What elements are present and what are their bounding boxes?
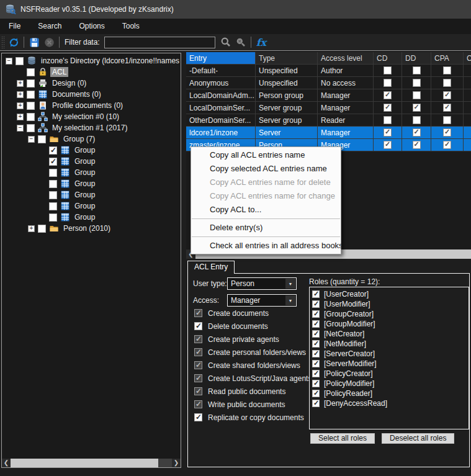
tree-item[interactable]: Group <box>39 178 181 189</box>
context-menu-item-check-all-entries-in-all-address-books[interactable]: Check all entries in all address books <box>191 239 341 253</box>
scrollbar-thumb[interactable] <box>11 459 158 467</box>
role-checkbox[interactable] <box>312 390 320 397</box>
tab-acl-entry[interactable]: ACL Entry <box>187 261 235 274</box>
table-row[interactable]: AnonymousUnspecifiedNo access <box>186 77 471 89</box>
column-header-cp[interactable]: CP <box>464 52 471 64</box>
tree-checkbox[interactable] <box>38 225 46 233</box>
tree-item[interactable]: +Documents (0) <box>17 89 181 100</box>
row-checkbox[interactable] <box>384 116 392 124</box>
role-checkbox[interactable] <box>312 370 320 377</box>
role-item[interactable]: [PolicyReader] <box>312 388 466 398</box>
row-checkbox[interactable] <box>413 79 421 87</box>
menu-file[interactable]: File <box>0 19 29 34</box>
tree-checkbox[interactable] <box>27 124 35 132</box>
scroll-left-icon[interactable]: ❮ <box>2 459 11 467</box>
tree-checkbox[interactable] <box>27 91 35 99</box>
tree-item[interactable]: −inzone's Directory (ldcore1/inzone!!nam… <box>6 55 181 66</box>
tree-item[interactable]: Group <box>39 200 181 212</box>
role-checkbox[interactable] <box>312 330 320 338</box>
tree-item[interactable]: +Profile documents (0) <box>17 100 181 111</box>
role-checkbox[interactable] <box>312 350 320 357</box>
table-row[interactable]: OtherDomainSer...Server groupReader <box>186 114 471 127</box>
tree-checkbox[interactable] <box>49 158 57 166</box>
row-checkbox[interactable] <box>443 128 451 137</box>
table-row[interactable]: -Default-UnspecifiedAuthor <box>186 65 471 77</box>
row-checkbox[interactable] <box>413 141 421 149</box>
row-checkbox[interactable] <box>413 128 421 137</box>
tree-expander-icon[interactable]: + <box>17 102 24 109</box>
role-item[interactable]: [UserModifier] <box>312 299 466 309</box>
tree-item[interactable]: Group <box>39 189 181 200</box>
tree-expander-icon[interactable]: − <box>28 136 35 143</box>
tree-expander-icon[interactable]: + <box>17 80 24 87</box>
row-checkbox[interactable] <box>413 104 421 112</box>
column-header-cd[interactable]: CD <box>374 52 402 64</box>
role-checkbox[interactable] <box>312 340 320 348</box>
role-item[interactable]: [PolicyCreator] <box>312 369 466 379</box>
permission-checkbox[interactable] <box>194 322 202 330</box>
access-select[interactable]: Manager ▼ <box>227 294 297 307</box>
role-item[interactable]: [DenyAccessRead] <box>312 398 466 408</box>
row-checkbox[interactable] <box>384 91 392 99</box>
tree-item[interactable]: Group <box>39 167 181 178</box>
tree-checkbox[interactable] <box>49 169 57 177</box>
column-header-type[interactable]: Type <box>256 52 318 64</box>
menu-tools[interactable]: Tools <box>114 19 148 34</box>
tree-expander-icon[interactable]: − <box>17 125 24 132</box>
table-row[interactable]: LocalDomainSer...Server groupManager <box>186 102 471 114</box>
column-header-cpa[interactable]: CPA <box>431 52 464 64</box>
role-item[interactable]: [PolicyModifier] <box>312 379 466 388</box>
role-checkbox[interactable] <box>312 310 320 318</box>
tree-checkbox[interactable] <box>38 135 46 143</box>
tree-checkbox[interactable] <box>27 113 35 121</box>
context-menu-item-copy-acl-to[interactable]: Copy ACL to... <box>191 203 341 217</box>
menu-search[interactable]: Search <box>29 19 70 34</box>
tree-checkbox[interactable] <box>49 180 57 188</box>
role-item[interactable]: [NetCreator] <box>312 329 466 339</box>
table-row[interactable]: LocalDomainAdm...Person groupManager <box>186 89 471 102</box>
role-item[interactable]: [NetModifier] <box>312 339 466 349</box>
tree-item[interactable]: +My selection #0 (10) <box>17 111 181 122</box>
row-checkbox[interactable] <box>443 141 451 149</box>
tree-horizontal-scrollbar[interactable]: ❮ ❯ <box>2 459 181 467</box>
user-type-select[interactable]: Person ▼ <box>227 277 297 290</box>
tree-expander-icon[interactable]: + <box>17 114 24 120</box>
row-checkbox[interactable] <box>413 116 421 124</box>
context-menu-item-copy-all-acl-entries-name[interactable]: Copy all ACL entries name <box>191 148 341 162</box>
column-header-entry[interactable]: Entry <box>186 52 256 64</box>
role-checkbox[interactable] <box>312 380 320 387</box>
filter-input[interactable] <box>104 37 215 48</box>
tree-item[interactable]: −Group (7) <box>28 133 181 145</box>
column-header-dd[interactable]: DD <box>402 52 431 64</box>
tree-checkbox[interactable] <box>49 191 57 199</box>
row-checkbox[interactable] <box>443 116 451 124</box>
tree-checkbox[interactable] <box>49 146 57 155</box>
row-checkbox[interactable] <box>443 104 451 112</box>
tree-item[interactable]: Group <box>39 145 181 156</box>
tree-expander-icon[interactable]: + <box>28 225 35 232</box>
tree-item[interactable]: Group <box>39 156 181 167</box>
column-header-access-level[interactable]: Access level <box>318 52 374 64</box>
role-checkbox[interactable] <box>312 400 320 407</box>
refresh-button[interactable] <box>6 35 21 49</box>
tree-item[interactable]: −My selection #1 (2017) <box>17 122 181 133</box>
deselect-all-roles-button[interactable]: Deselect all roles <box>382 433 454 444</box>
scrollbar-track[interactable] <box>158 459 172 467</box>
tree-checkbox[interactable] <box>16 57 24 65</box>
save-button[interactable] <box>27 35 42 49</box>
row-checkbox[interactable] <box>384 104 392 112</box>
row-checkbox[interactable] <box>384 128 392 137</box>
formula-fx-button[interactable]: fx <box>254 37 269 48</box>
role-item[interactable]: [GroupModifier] <box>312 319 466 329</box>
row-checkbox[interactable] <box>384 141 392 149</box>
context-menu-item-copy-selected-acl-entries-name[interactable]: Copy selected ACL entries name <box>191 162 341 176</box>
tree-checkbox[interactable] <box>27 68 35 76</box>
role-item[interactable]: [GroupCreator] <box>312 309 466 319</box>
context-menu-item-delete-entry-s[interactable]: Delete entry(s) <box>191 221 341 235</box>
tree-expander-icon[interactable]: + <box>17 91 24 98</box>
role-checkbox[interactable] <box>312 360 320 367</box>
permission-checkbox[interactable] <box>194 413 202 421</box>
select-all-roles-button[interactable]: Select all roles <box>310 433 375 444</box>
role-checkbox[interactable] <box>312 290 320 298</box>
toolbar-grip[interactable] <box>1 36 4 48</box>
